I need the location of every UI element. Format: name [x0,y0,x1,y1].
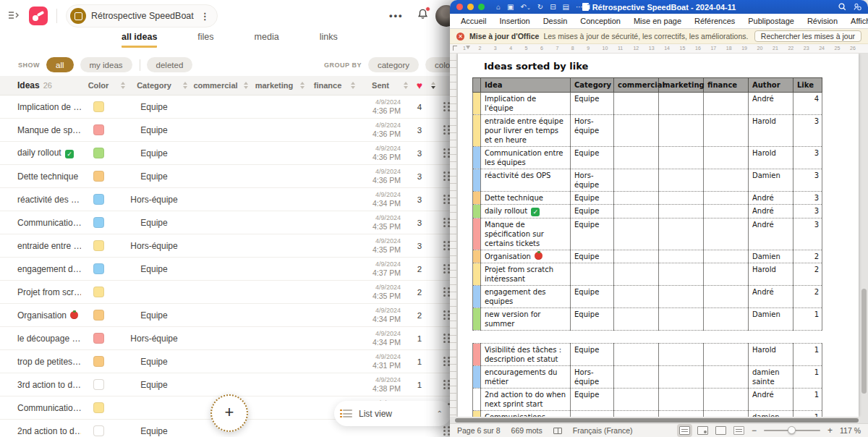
word-table-row[interactable]: Dette techniqueEquipeAndré3 [473,192,822,205]
redo-icon[interactable]: ↻ [537,4,543,11]
board-pill[interactable]: Rétrospective SpeedBoat ⋮ [66,4,218,27]
word-table-row[interactable]: 2nd action to do when next sprint startE… [473,389,822,411]
idea-row[interactable]: daily rollout ✓Equipe4/9/20244:36 PM3 [0,142,469,165]
idea-row[interactable]: Projet from scr…4/9/20244:35 PM2 [0,281,469,304]
list-view-toggle[interactable]: List view ⌃ [334,401,451,426]
show-pill-my-ideas[interactable]: my ideas [80,57,132,72]
idea-row[interactable]: Organisation Equipe4/9/20244:34 PM2 [0,304,469,327]
word-table-row[interactable]: Manque de spécification sur certains tic… [473,218,822,250]
ribbon-tab-révision[interactable]: Révision [801,17,844,25]
show-pill-deleted[interactable]: deleted [147,57,193,72]
word-count[interactable]: 669 mots [511,426,542,435]
print-layout-view-icon[interactable] [679,426,690,435]
word-table-row[interactable]: new version for summerEquipeDamien1 [473,308,822,331]
category-sort-icon[interactable] [178,82,192,89]
proofing-icon[interactable] [553,428,562,434]
idea-row[interactable]: réactivité des …Hors-équipe4/9/20244:34 … [0,188,469,211]
board-name: Rétrospective SpeedBoat [91,11,194,21]
word-table-row[interactable]: Implication de l'équipeEquipeAndré4 [473,93,822,115]
group-by-label: GROUP BY [324,61,362,69]
horizontal-ruler[interactable]: 1234567891011121314151617181920212223242… [450,44,868,54]
idea-row[interactable]: engagement d…Equipe4/9/20244:37 PM2 [0,258,469,281]
ribbon-tab-publipostage[interactable]: Publipostage [741,17,801,25]
tab-files[interactable]: files [197,32,213,48]
close-button[interactable] [456,4,463,10]
zoom-slider-thumb[interactable] [788,426,796,434]
likes-sort-icon[interactable] [428,82,438,89]
horizontal-scrollbar-thumb[interactable] [455,418,859,423]
more-commands-icon[interactable]: ⋯ [576,4,583,11]
tab-all-ideas[interactable]: all ideas [122,32,157,48]
group-pill-category[interactable]: category [368,57,419,72]
horizontal-scrollbar[interactable] [450,417,868,423]
word-table-row[interactable]: Organisation EquipeDamien2 [473,250,822,263]
word-table-row[interactable]: Communications entre l'équipe malgré la … [473,411,822,417]
update-close-icon[interactable]: ✕ [456,33,464,41]
indent-marker-icon[interactable] [466,46,470,49]
ribbon-tab-conception[interactable]: Conception [574,17,627,25]
word-table-row[interactable]: réactivité des OPSHors-équipeDamien3 [473,169,822,192]
add-idea-button[interactable]: + [210,394,248,432]
ribbon-tab-dessin[interactable]: Dessin [537,17,574,25]
zoom-in-button[interactable]: + [827,426,833,435]
idea-row[interactable]: Dette techniqueEquipe4/9/20244:36 PM3 [0,165,469,188]
word-table-row[interactable]: Projet from scratch intéressantHarold2 [473,263,822,286]
sidebar-toggle-icon[interactable] [7,10,26,22]
ribbon-tab-mise-en-page[interactable]: Mise en page [627,17,688,25]
finance-sort-icon[interactable] [346,82,360,89]
language-indicator[interactable]: Français (France) [573,426,633,435]
check-updates-button[interactable]: Rechercher les mises à jour [754,30,861,42]
page-count[interactable]: Page 6 sur 8 [457,426,501,435]
document-page[interactable]: Ideas sorted by like IdeaCategorycommerc… [458,54,859,417]
account-icon[interactable] [854,1,861,14]
marketing-sort-icon[interactable] [295,82,310,89]
word-table-row[interactable]: encouragements du métierHors-équipedamie… [473,366,822,389]
idea-row[interactable]: 3rd action to d…Equipe4/9/20244:38 PM1 [0,373,469,396]
undo-icon[interactable]: ↶⌄ [521,4,531,11]
zoom-slider[interactable] [764,430,820,431]
word-table-row[interactable]: Communication entre les équipesEquipeHar… [473,147,822,169]
vertical-scrollbar[interactable] [861,289,867,394]
tab-media[interactable]: media [255,32,279,48]
home-icon[interactable]: ⌂ [496,4,501,11]
ribbon-tab-affichage[interactable]: Affichage [844,17,868,25]
word-table-row[interactable]: daily rollout ✓EquipeAndré3 [473,205,822,218]
more-options-button[interactable]: ••• [389,10,404,21]
sent-time: 4:34 PM [360,315,401,324]
draft-view-icon[interactable] [733,426,744,435]
word-table-row[interactable]: entraide entre équipe pour livrer en tem… [473,115,822,147]
zoom-window-button[interactable] [478,4,485,10]
sent-time: 4:36 PM [360,130,401,139]
ribbon-tab-insertion[interactable]: Insertion [493,17,536,25]
tab-links[interactable]: links [320,32,338,48]
color-sort-icon[interactable] [116,82,130,89]
outline-view-icon[interactable] [715,426,726,435]
ribbon-tab-références[interactable]: Références [688,17,741,25]
idea-row[interactable]: trop de petites…Equipe4/9/20244:31 PM1 [0,350,469,373]
word-table-row[interactable]: Visibilité des tâches : description et s… [473,344,822,366]
web-layout-view-icon[interactable] [697,426,708,435]
idea-row[interactable]: Implication de …Equipe4/9/20244:36 PM4 [0,96,469,119]
idea-row[interactable]: le découpage …Hors-équipe4/9/20244:34 PM… [0,327,469,350]
show-pill-all[interactable]: all [46,57,74,72]
minimize-button[interactable] [467,4,474,10]
word-table-row[interactable]: engagement des equipesEquipeAndré2 [473,286,822,308]
notebook-icon[interactable]: ▤ [563,4,569,11]
tab-selector-icon[interactable] [453,46,457,51]
idea-row[interactable]: Communicatio…Equipe4/9/20244:35 PM3 [0,211,469,234]
idea-row[interactable]: entraide entre …Hors-équipe4/9/20244:35 … [0,234,469,258]
vertical-ruler[interactable] [450,54,457,417]
idea-row[interactable]: Manque de sp…Equipe4/9/20244:36 PM3 [0,119,469,142]
word-color-cell [473,250,481,263]
save-icon[interactable]: ▣ [507,4,514,11]
commercial-sort-icon[interactable] [239,82,253,89]
print-icon[interactable]: ⊟ [550,4,556,11]
zoom-out-button[interactable]: − [752,426,757,435]
board-menu-icon[interactable]: ⋮ [199,11,211,22]
sent-sort-icon[interactable] [401,82,411,89]
ribbon-tab-accueil[interactable]: Accueil [454,17,493,25]
search-icon[interactable] [838,1,846,14]
app-logo-icon[interactable] [29,7,48,25]
chevron-up-icon[interactable]: ⌃ [437,410,443,417]
notifications-bell-icon[interactable] [417,8,429,23]
